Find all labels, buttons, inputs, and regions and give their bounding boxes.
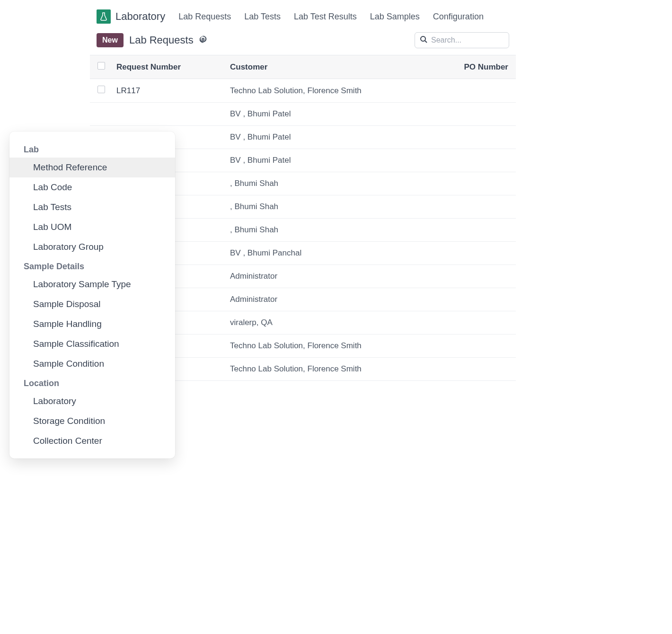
cell-customer: BV , Bhumi Panchal	[230, 248, 451, 258]
table-header: Request Number Customer PO Number	[90, 55, 516, 79]
cell-customer: Administrator	[230, 295, 451, 304]
cell-customer: , Bhumi Shah	[230, 225, 451, 235]
configuration-dropdown: LabMethod ReferenceLab CodeLab TestsLab …	[9, 132, 175, 458]
search-box[interactable]	[415, 32, 509, 48]
dropdown-item[interactable]: Sample Classification	[9, 334, 175, 354]
dropdown-item[interactable]: Sample Disposal	[9, 294, 175, 314]
search-input[interactable]	[431, 36, 504, 44]
page-title: Lab Requests	[129, 34, 194, 46]
cell-customer: Techno Lab Solution, Florence Smith	[230, 341, 451, 351]
dropdown-item[interactable]: Storage Condition	[9, 411, 175, 431]
nav-lab-samples[interactable]: Lab Samples	[370, 12, 420, 22]
search-icon	[420, 35, 427, 45]
dropdown-item[interactable]: Laboratory Sample Type	[9, 274, 175, 294]
flask-icon	[97, 9, 111, 24]
dropdown-item[interactable]: Lab Tests	[9, 197, 175, 217]
cell-customer: , Bhumi Shah	[230, 179, 451, 188]
dropdown-item[interactable]: Collection Center	[9, 431, 175, 451]
svg-point-0	[421, 36, 425, 41]
svg-line-1	[425, 41, 427, 43]
col-header-customer[interactable]: Customer	[230, 62, 451, 72]
select-all-checkbox[interactable]	[97, 62, 105, 70]
cell-customer: BV , Bhumi Patel	[230, 156, 451, 165]
cell-customer: BV , Bhumi Patel	[230, 132, 451, 142]
nav-lab-test-results[interactable]: Lab Test Results	[294, 12, 357, 22]
table-row[interactable]: BV , Bhumi Patel	[90, 103, 516, 126]
new-button[interactable]: New	[97, 33, 124, 47]
top-nav: Laboratory Lab Requests Lab Tests Lab Te…	[90, 6, 516, 27]
row-checkbox[interactable]	[97, 86, 105, 93]
dropdown-section-title: Lab	[9, 140, 175, 158]
dropdown-section-title: Sample Details	[9, 257, 175, 274]
dropdown-item[interactable]: Lab Code	[9, 177, 175, 197]
subheader: New Lab Requests	[90, 27, 516, 55]
nav-lab-tests[interactable]: Lab Tests	[244, 12, 281, 22]
cell-customer: Administrator	[230, 272, 451, 281]
dropdown-item[interactable]: Sample Condition	[9, 354, 175, 374]
cell-customer: Techno Lab Solution, Florence Smith	[230, 86, 451, 96]
dropdown-item[interactable]: Lab UOM	[9, 217, 175, 237]
dropdown-item[interactable]: Method Reference	[9, 158, 175, 177]
cell-request-number: LR117	[116, 86, 230, 96]
col-header-request-number[interactable]: Request Number	[116, 62, 230, 72]
dropdown-section-title: Location	[9, 374, 175, 391]
dropdown-item[interactable]: Sample Handling	[9, 314, 175, 334]
brand-title: Laboratory	[115, 10, 165, 23]
col-header-po-number[interactable]: PO Number	[451, 62, 508, 72]
dropdown-item[interactable]: Laboratory Group	[9, 237, 175, 257]
dropdown-item[interactable]: Laboratory	[9, 391, 175, 411]
cell-customer: BV , Bhumi Patel	[230, 109, 451, 119]
brand: Laboratory	[97, 9, 165, 24]
cell-customer: , Bhumi Shah	[230, 202, 451, 211]
gear-icon[interactable]	[199, 35, 207, 45]
nav-configuration[interactable]: Configuration	[433, 12, 484, 22]
cell-customer: viralerp, QA	[230, 318, 451, 327]
table-row[interactable]: LR117Techno Lab Solution, Florence Smith	[90, 79, 516, 103]
cell-customer: Techno Lab Solution, Florence Smith	[230, 364, 451, 374]
nav-lab-requests[interactable]: Lab Requests	[178, 12, 231, 22]
